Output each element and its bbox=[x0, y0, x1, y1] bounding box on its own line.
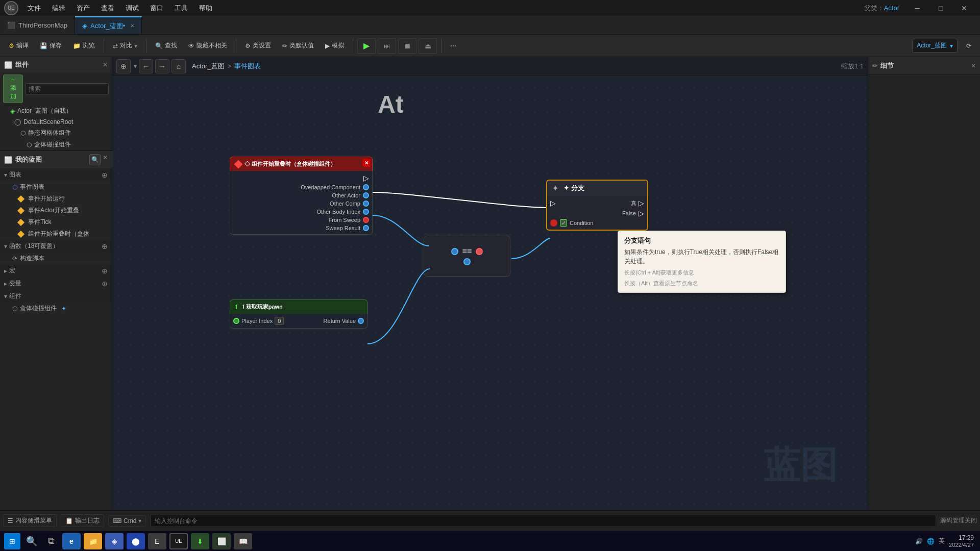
menu-asset[interactable]: 资产 bbox=[71, 3, 95, 14]
cmd-input[interactable] bbox=[150, 515, 936, 527]
start-button[interactable]: ⊞ bbox=[4, 533, 20, 549]
epic-taskbar[interactable]: Ε bbox=[148, 533, 166, 549]
more-button[interactable]: ⋯ bbox=[446, 40, 461, 52]
functions-section-header[interactable]: ▾ 函数（18可覆盖） ⊕ bbox=[0, 240, 112, 253]
my-blueprints-header[interactable]: ⬜ 我的蓝图 🔍 ✕ bbox=[0, 151, 112, 168]
my-blueprints-panel: ⬜ 我的蓝图 🔍 ✕ ▾ 图表 ⊕ ⬡ 事件图表 事件开始运行 bbox=[0, 151, 112, 531]
cmd-button[interactable]: ⌨ Cmd ▾ bbox=[108, 515, 146, 527]
menu-view[interactable]: 查看 bbox=[96, 3, 119, 14]
blueprint-selector[interactable]: Actor_蓝图 ▾ bbox=[912, 39, 958, 53]
menu-edit[interactable]: 编辑 bbox=[47, 3, 70, 14]
menu-window[interactable]: 窗口 bbox=[145, 3, 168, 14]
explorer-taskbar[interactable]: 📁 bbox=[84, 533, 102, 549]
minimize-button[interactable]: ─ bbox=[905, 0, 929, 16]
compile-icon: ⚙ bbox=[9, 42, 14, 49]
other-body-index-label: Other Body Index bbox=[316, 209, 360, 215]
find-button[interactable]: 🔍 查找 bbox=[151, 39, 182, 53]
nav-mode-button[interactable]: ⊕ bbox=[116, 59, 131, 73]
play-button[interactable]: ▶ bbox=[357, 38, 376, 54]
menu-debug[interactable]: 调试 bbox=[120, 3, 144, 14]
tooltip-box: 分支语句 如果条件为true，则执行True相关处理，否则执行False相关处理… bbox=[618, 231, 786, 293]
event-begin-play[interactable]: 事件开始运行 bbox=[0, 193, 112, 205]
sep1 bbox=[104, 39, 104, 53]
vscode-taskbar[interactable]: ◈ bbox=[105, 533, 124, 549]
ue-logo: UE bbox=[4, 1, 18, 15]
condition-checkbox[interactable]: ✓ bbox=[560, 219, 567, 227]
green-app-taskbar[interactable]: ⬜ bbox=[212, 533, 231, 549]
condition-pin-dot bbox=[550, 219, 557, 227]
add-graph-button[interactable]: ⊕ bbox=[102, 171, 108, 179]
components-list-header[interactable]: ▾ 组件 bbox=[0, 290, 112, 303]
branch-exec-row: ▷ 真 ▷ bbox=[547, 198, 647, 208]
taskview-button[interactable]: ⧉ bbox=[43, 533, 59, 549]
graphs-section-header[interactable]: ▾ 图表 ⊕ bbox=[0, 168, 112, 181]
add-macro-button[interactable]: ⊕ bbox=[102, 267, 108, 275]
tree-item-box-collision[interactable]: ⬡ 盒体碰撞组件 bbox=[0, 139, 112, 151]
menu-tools[interactable]: 工具 bbox=[169, 3, 193, 14]
eject-button[interactable]: ⏏ bbox=[419, 38, 437, 54]
stop-button[interactable]: ⏹ bbox=[398, 38, 416, 54]
macros-section-header[interactable]: ▸ 宏 ⊕ bbox=[0, 264, 112, 277]
save-button[interactable]: 💾 保存 bbox=[35, 39, 66, 53]
close-button[interactable]: ✕ bbox=[952, 0, 976, 16]
edge-taskbar[interactable]: e bbox=[62, 533, 81, 549]
from-sweep-pin: From Sweep bbox=[230, 216, 372, 224]
back-button[interactable]: ← bbox=[139, 59, 153, 73]
hide-unrelated-button[interactable]: 👁 隐藏不相关 bbox=[184, 39, 232, 53]
breadcrumb-separator: > bbox=[228, 62, 232, 70]
construct-script-item[interactable]: ⟳ 构造脚本 bbox=[0, 253, 112, 264]
tab-close-button[interactable]: ✕ bbox=[130, 23, 134, 29]
browse-button[interactable]: 📁 浏览 bbox=[68, 39, 100, 53]
menu-help[interactable]: 帮助 bbox=[194, 3, 217, 14]
add-function-button[interactable]: ⊕ bbox=[102, 242, 108, 251]
detail-panel-header: ✏ 细节 ✕ bbox=[868, 57, 980, 75]
home-button[interactable]: ⌂ bbox=[172, 59, 186, 73]
class-defaults-button[interactable]: ✏ 类默认值 bbox=[278, 39, 318, 53]
add-component-button[interactable]: + 添加 bbox=[3, 74, 23, 103]
player-index-value[interactable]: 0 bbox=[275, 317, 284, 325]
sep4 bbox=[353, 39, 353, 53]
tab-actor-blueprint[interactable]: ◈ Actor_蓝图• ✕ bbox=[75, 16, 142, 34]
maximize-button[interactable]: □ bbox=[929, 0, 952, 16]
components-close-button[interactable]: ✕ bbox=[103, 61, 108, 68]
tab-thirdpersonmap[interactable]: ⬛ ThirdPersonMap bbox=[0, 16, 75, 34]
event-graph-item[interactable]: ⬡ 事件图表 bbox=[0, 181, 112, 193]
detail-close-button[interactable]: ✕ bbox=[971, 62, 976, 69]
book-taskbar[interactable]: 📖 bbox=[234, 533, 252, 549]
components-header[interactable]: ⬜ 组件 ✕ bbox=[0, 57, 112, 72]
event-begin-overlap-box[interactable]: 组件开始重叠时（盒体 bbox=[0, 228, 112, 240]
breadcrumb: Actor_蓝图 > 事件图表 bbox=[192, 62, 261, 71]
cmd-icon: ⌨ bbox=[113, 517, 121, 524]
content-sidebar-button[interactable]: ☰ 内容侧滑菜单 bbox=[3, 514, 57, 527]
output-log-button[interactable]: 📋 输出日志 bbox=[61, 514, 104, 527]
class-settings-button[interactable]: ⚙ 类设置 bbox=[240, 39, 276, 53]
canvas-area[interactable]: ⊕ ▾ ← → ⌂ Actor_蓝图 > 事件图表 缩放1:1 At bbox=[112, 57, 868, 531]
event-tick[interactable]: 事件Tick bbox=[0, 216, 112, 228]
download-taskbar[interactable]: ⬇ bbox=[191, 533, 209, 549]
box-collision-item[interactable]: ⬡ 盒体碰撞组件 ✦ bbox=[0, 303, 112, 314]
menu-file[interactable]: 文件 bbox=[22, 3, 46, 14]
settings-icon: ⚙ bbox=[245, 42, 251, 49]
refresh-button[interactable]: ⟳ bbox=[962, 40, 976, 52]
breadcrumb-root[interactable]: Actor_蓝图 bbox=[192, 62, 225, 71]
tree-item-scene-root[interactable]: ◯ DefaultSceneRoot bbox=[0, 117, 112, 127]
bp-search-button[interactable]: 🔍 bbox=[89, 154, 101, 165]
chrome-taskbar[interactable]: ⬤ bbox=[127, 533, 145, 549]
tree-item-actor[interactable]: ◈ Actor_蓝图（自我） bbox=[0, 105, 112, 117]
step-button[interactable]: ⏭ bbox=[378, 38, 396, 54]
event-begin-overlap[interactable]: 事件Actor开始重叠 bbox=[0, 205, 112, 216]
add-variable-button[interactable]: ⊕ bbox=[102, 280, 108, 288]
variables-section-header[interactable]: ▸ 变量 ⊕ bbox=[0, 277, 112, 290]
equals-node: == bbox=[424, 236, 510, 277]
component-search[interactable] bbox=[25, 83, 109, 94]
detail-title: 细节 bbox=[880, 61, 894, 70]
compile-button[interactable]: ⚙ 编译 bbox=[4, 39, 33, 53]
ue-taskbar[interactable]: UE bbox=[169, 533, 188, 549]
mybp-close-button[interactable]: ✕ bbox=[103, 154, 108, 165]
simulate-button[interactable]: ▶ 模拟 bbox=[321, 39, 349, 53]
other-body-index-pin: Other Body Index bbox=[230, 208, 372, 216]
search-button-taskbar[interactable]: 🔍 bbox=[23, 533, 40, 549]
forward-button[interactable]: → bbox=[155, 59, 169, 73]
tree-item-static-mesh[interactable]: ⬡ 静态网格体组件 bbox=[0, 127, 112, 139]
diff-button[interactable]: ⇄ 对比 ▾ bbox=[108, 39, 142, 53]
